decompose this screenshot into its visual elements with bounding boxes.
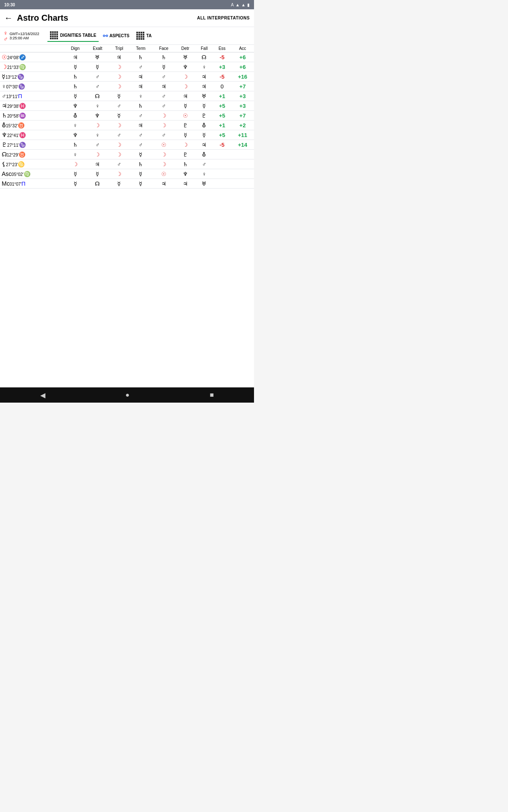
planet-symbol: ☽ — [2, 63, 7, 70]
col-detr: Detr — [175, 45, 195, 52]
exalt-cell: ♀ — [86, 130, 109, 140]
planet-cell: ⚸27°23'♋ — [0, 159, 64, 169]
fall-cell: ☊ — [195, 52, 213, 62]
planet-cell: Asc05°02'♍ — [0, 169, 64, 179]
planet-position: 13°11' — [6, 94, 18, 99]
status-bar: 10:30 A ▲ ▲ ▮ — [0, 0, 254, 9]
ess-cell: -5 — [213, 52, 231, 62]
chart-datetime: GMT=12/16/2022 3:25:00 AM — [10, 32, 39, 40]
face-cell: ♄ — [152, 52, 175, 62]
dign-cell: ♀ — [64, 121, 86, 130]
planet-position: 12°29' — [7, 153, 19, 157]
ess-cell — [213, 159, 231, 169]
battery-icon: ▮ — [247, 3, 250, 7]
col-tripl: Tripl — [109, 45, 130, 52]
chart-symbol-icon: ♀ ♂ — [3, 30, 8, 42]
tripl-cell: ☽ — [109, 72, 130, 82]
table-row: ☽21°33'♍☿☿☽♂☿♆♀+3+6 — [0, 62, 254, 72]
ess-cell — [213, 179, 231, 189]
table-row: ♃29°38'♓♆♀♂♄♂☿☿+5+3 — [0, 101, 254, 111]
planet-cell: ♃29°38'♓ — [0, 101, 64, 111]
ta-button[interactable]: TA — [134, 30, 155, 41]
term-cell: ♂ — [129, 140, 152, 150]
acc-cell: +14 — [231, 140, 254, 150]
fall-cell: ♃ — [195, 82, 213, 91]
tripl-cell: ☿ — [109, 179, 130, 189]
ess-cell: -5 — [213, 72, 231, 82]
table-row: ♂13°11'Π☿☊☿♀♂♃♅+1+3 — [0, 91, 254, 101]
ess-cell: +5 — [213, 130, 231, 140]
acc-cell — [231, 150, 254, 159]
exalt-cell: ♂ — [86, 82, 109, 91]
planet-sign: ♐ — [19, 54, 26, 60]
exalt-cell: ☊ — [86, 91, 109, 101]
acc-cell — [231, 169, 254, 179]
term-cell: ♄ — [129, 52, 152, 62]
dign-cell: ♀ — [64, 150, 86, 159]
planet-cell: ♇27°11'♑ — [0, 140, 64, 150]
planet-symbol: ♂ — [2, 93, 6, 99]
planet-sign: ♉ — [18, 122, 25, 129]
back-nav-button[interactable]: ◀ — [40, 391, 45, 399]
planet-symbol: Asc — [2, 170, 11, 177]
col-planet — [0, 45, 64, 52]
planet-cell: ♆22°41'♓ — [0, 130, 64, 140]
table-row: ♆22°41'♓♆♀♂♂♂☿☿+5+11 — [0, 130, 254, 140]
acc-cell: +16 — [231, 72, 254, 82]
face-cell: ☿ — [152, 62, 175, 72]
acc-cell: +6 — [231, 52, 254, 62]
face-cell: ☽ — [152, 159, 175, 169]
fall-cell: ♀ — [195, 169, 213, 179]
tripl-cell: ♃ — [109, 52, 130, 62]
dignities-table-label: DIGNITIES TABLE — [60, 33, 96, 38]
face-cell: ♂ — [152, 101, 175, 111]
planet-cell: ⛢15°32'♉ — [0, 121, 64, 130]
tripl-cell: ☿ — [109, 91, 130, 101]
exalt-cell: ♃ — [86, 159, 109, 169]
tripl-cell: ☽ — [109, 62, 130, 72]
col-ess: Ess — [213, 45, 231, 52]
face-cell: ♂ — [152, 72, 175, 82]
tripl-cell: ☽ — [109, 140, 130, 150]
table: Dign Exalt Tripl Term Face Detr Fall Ess… — [0, 45, 254, 189]
detr-cell: ♄ — [175, 159, 195, 169]
planet-sign: ♓ — [19, 132, 26, 138]
back-button[interactable]: ← — [4, 13, 13, 23]
ess-cell: 0 — [213, 82, 231, 91]
face-cell: ♂ — [152, 130, 175, 140]
col-acc: Acc — [231, 45, 254, 52]
table-row: Mc01°07'Π☿☊☿☿♃♃♅ — [0, 179, 254, 189]
detr-cell: ☿ — [175, 130, 195, 140]
table-row: ☉24°08'♐♃♅♃♄♄♅☊-5+6 — [0, 52, 254, 62]
dign-cell: ♄ — [64, 72, 86, 82]
planet-symbol: ☿ — [2, 73, 6, 80]
dign-cell: ☿ — [64, 179, 86, 189]
acc-cell: +7 — [231, 82, 254, 91]
home-nav-button[interactable]: ● — [125, 391, 130, 399]
fall-cell: ☿ — [195, 130, 213, 140]
face-cell: ☉ — [152, 140, 175, 150]
col-dign: Dign — [64, 45, 86, 52]
term-cell: ♄ — [129, 159, 152, 169]
dignities-table-button[interactable]: DIGNITIES TABLE — [47, 30, 99, 42]
planet-sign: ♉ — [19, 151, 25, 158]
col-exalt: Exalt — [86, 45, 109, 52]
detr-cell: ☽ — [175, 72, 195, 82]
toolbar: ♀ ♂ GMT=12/16/2022 3:25:00 AM DIGNITIES … — [0, 27, 254, 45]
detr-cell: ♅ — [175, 52, 195, 62]
all-interpretations-button[interactable]: ALL INTERPRETATIONS — [197, 16, 250, 20]
detr-cell: ♇ — [175, 150, 195, 159]
planet-symbol: Mc — [2, 180, 10, 187]
ess-cell — [213, 150, 231, 159]
fall-cell: ♃ — [195, 72, 213, 82]
signal-icon: ▲ — [241, 3, 246, 7]
detr-cell: ♃ — [175, 179, 195, 189]
aspects-button[interactable]: ⚯ ASPECTS — [100, 31, 132, 41]
fall-cell: ⛢ — [195, 150, 213, 159]
planet-sign: Π — [18, 93, 22, 99]
recents-nav-button[interactable]: ■ — [210, 391, 214, 399]
planet-cell: ♂13°11'Π — [0, 91, 64, 101]
planet-position: 22°41' — [7, 133, 19, 138]
table-header-row: Dign Exalt Tripl Term Face Detr Fall Ess… — [0, 45, 254, 52]
planet-symbol: ♃ — [2, 102, 7, 109]
